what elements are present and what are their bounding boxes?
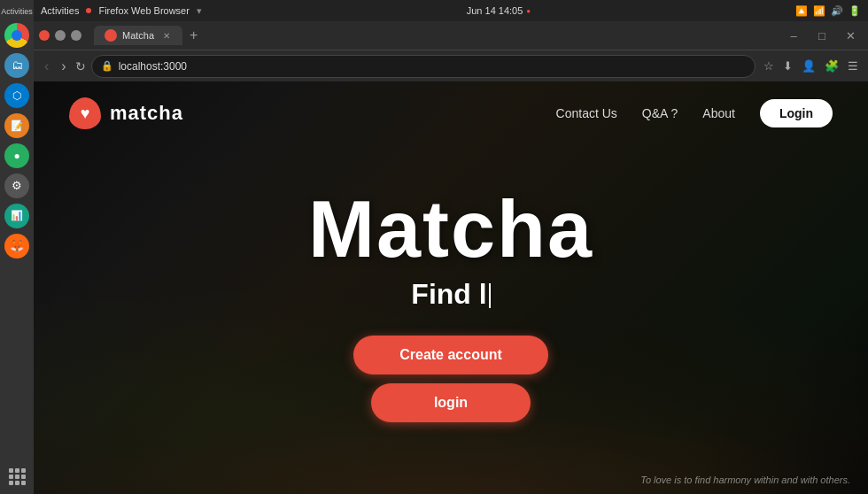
browser-toolbar: ‹ › ↻ 🔒 localhost:3000 ☆ ⬇ 👤 🧩 ☰ [34,50,868,81]
topbar-icon-sound: 🔊 [831,5,843,17]
hero-cursor [489,283,491,309]
browser-content: matcha Contact Us Q&A ? About Login Matc… [34,81,868,494]
topbar-icon-signal: 🔼 [795,5,808,17]
monitor-icon[interactable]: 📊 [4,204,29,228]
firefox-icon[interactable]: 🦊 [4,234,29,259]
address-text: localhost:3000 [119,60,746,73]
browser-tab-matcha[interactable]: Matcha ✕ [94,26,182,45]
chrome-icon[interactable] [4,23,29,48]
hero-subtitle: Find l [411,278,490,311]
window-maximize-btn[interactable] [71,30,81,41]
back-btn[interactable]: ‹ [41,57,52,76]
hero-subtitle-text: Find l [411,278,486,310]
topbar-dot: ● [526,7,531,15]
vscode-icon[interactable]: ⬡ [4,83,29,108]
editor-icon[interactable]: 📝 [4,113,29,138]
topbar-chevron: ▾ [197,5,202,17]
account-icon[interactable]: 👤 [799,58,818,74]
extensions-icon[interactable]: 🧩 [822,58,841,74]
titlebar-minimize[interactable]: – [781,26,806,45]
settings-icon[interactable]: ⚙ [4,174,29,198]
tab-favicon [105,29,117,42]
titlebar-controls: – □ ✕ [781,26,863,45]
bookmark-icon[interactable]: ☆ [761,58,777,74]
files-icon[interactable]: 🗂 [4,53,29,78]
hero-footer-tagline: To love is to find harmony within and wi… [640,475,850,485]
hero-content: Matcha Find l Create account login [34,81,868,494]
os-taskbar: Activities 🗂 ⬡ 📝 ● ⚙ 📊 🦊 [0,0,34,494]
address-shield-icon: 🔒 [101,60,113,72]
topbar-center: Jun 14 14:05 ● [467,5,531,16]
firefox-dot [86,8,91,13]
os-topbar: Activities Firefox Web Browser ▾ Jun 14 … [34,0,868,21]
tab-close-btn[interactable]: ✕ [163,31,170,41]
titlebar-close[interactable]: ✕ [838,26,863,45]
tab-title: Matcha [122,30,154,41]
app-icon-green[interactable]: ● [4,143,29,168]
forward-btn[interactable]: › [58,57,69,76]
reload-btn[interactable]: ↻ [75,59,86,73]
topbar-icon-wifi: 📶 [813,5,825,17]
new-tab-btn[interactable]: + [186,27,201,43]
tab-bar: Matcha ✕ + [94,26,769,45]
titlebar-restore[interactable]: □ [810,26,834,45]
topbar-browser-name: Firefox Web Browser [98,5,190,16]
topbar-left: Activities Firefox Web Browser ▾ [41,5,202,17]
browser-window: Matcha ✕ + – □ ✕ ‹ › ↻ 🔒 localhost:3000 … [34,21,868,494]
activities-label[interactable]: Activities [0,4,35,20]
toolbar-icons: ☆ ⬇ 👤 🧩 ☰ [761,58,861,74]
topbar-datetime: Jun 14 14:05 [467,5,523,16]
hero-cta-group: Create account login [353,336,548,422]
create-account-btn[interactable]: Create account [353,336,548,374]
window-minimize-btn[interactable] [55,30,66,41]
apps-grid-icon[interactable] [4,464,29,489]
address-bar[interactable]: 🔒 localhost:3000 [91,55,756,78]
topbar-activities[interactable]: Activities [41,5,79,16]
hero-title: Matcha [308,189,593,269]
hero-login-btn[interactable]: login [371,383,531,422]
menu-icon[interactable]: ☰ [845,58,861,74]
topbar-icon-battery: 🔋 [849,5,861,17]
grid-dots [9,468,26,485]
download-icon[interactable]: ⬇ [780,58,795,74]
window-close-btn[interactable] [39,30,50,41]
browser-titlebar: Matcha ✕ + – □ ✕ [34,21,868,50]
topbar-right: 🔼 📶 🔊 🔋 [795,5,861,17]
